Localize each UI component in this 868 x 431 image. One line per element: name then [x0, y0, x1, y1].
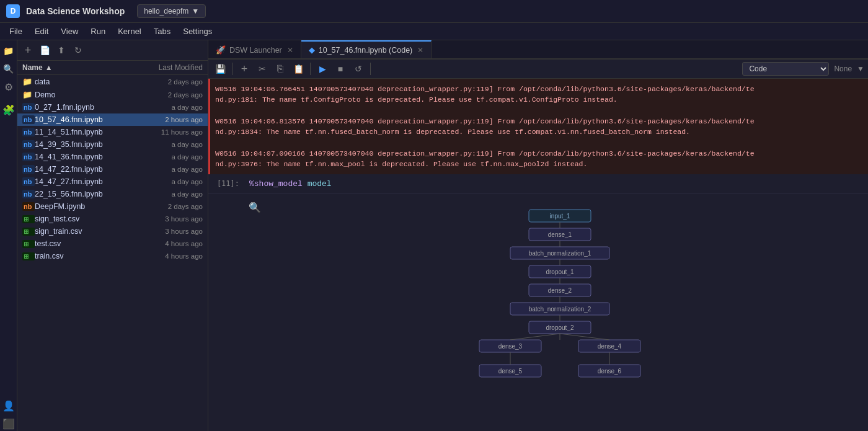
cell-content[interactable]: %show_model model — [246, 177, 868, 191]
sidebar-search-icon[interactable]: 🔍 — [1, 61, 16, 76]
magic-keyword: %show_model — [249, 179, 303, 189]
svg-text:dense_3: dense_3 — [498, 343, 523, 350]
warning-line: nd.py:3976: The name tf.nn.max_pool is d… — [215, 159, 861, 169]
new-file-button[interactable]: 📄 — [37, 43, 52, 58]
list-item[interactable]: ⊞ test.csv 4 hours ago — [17, 238, 208, 250]
none-dropdown-icon: ▼ — [857, 64, 864, 73]
menu-settings[interactable]: Settings — [177, 25, 218, 38]
menu-run[interactable]: Run — [84, 25, 112, 38]
sidebar-running-icon[interactable]: ⚙ — [1, 79, 16, 94]
code-argument: model — [308, 179, 332, 189]
sidebar-extension-icon[interactable]: 🧩 — [1, 102, 16, 117]
zoom-icon[interactable]: 🔍 — [249, 202, 261, 213]
main-layout: 📁 🔍 ⚙ 🧩 👤 ⬛ + 📄 ⬆ ↻ Name ▲ Last Modified… — [0, 40, 868, 431]
svg-text:dense_4: dense_4 — [598, 343, 622, 350]
run-button[interactable]: ▶ — [314, 61, 330, 76]
list-item[interactable]: nb 14_39_35.fnn.ipynb a day ago — [17, 138, 208, 151]
warning-line: W0516 19:04:07.090166 140700573407040 de… — [215, 148, 861, 159]
code-cell-11: [11]: %show_model model — [208, 174, 868, 194]
new-folder-button[interactable]: + — [20, 43, 35, 58]
list-item[interactable]: nb 14_47_22.fnn.ipynb a day ago — [17, 163, 208, 176]
menu-edit[interactable]: Edit — [29, 25, 55, 38]
filebrowser-list: 📁 data 2 days ago 📁 Demo 2 days ago nb 0… — [17, 75, 208, 431]
tab-launcher-label: DSW Launcher — [229, 46, 282, 55]
notebook-icon: nb — [22, 140, 35, 149]
tab-bar: 🚀 DSW Launcher ✕ ◆ 10_57_46.fnn.ipynb (C… — [208, 40, 868, 60]
tab-notebook[interactable]: ◆ 10_57_46.fnn.ipynb (Code) ✕ — [301, 40, 432, 58]
notebook-orange-icon: nb — [22, 202, 35, 211]
notebook-icon: nb — [22, 103, 35, 112]
menu-kernel[interactable]: Kernel — [112, 25, 148, 38]
restart-button[interactable]: ↺ — [350, 61, 366, 76]
cell-type-select[interactable]: Code Markdown Raw — [742, 62, 829, 76]
svg-text:dropout_1: dropout_1 — [546, 269, 574, 275]
list-item[interactable]: ⊞ sign_test.csv 3 hours ago — [17, 213, 208, 225]
warning-spacer — [215, 105, 861, 116]
refresh-button[interactable]: ↻ — [71, 43, 86, 58]
list-item[interactable]: 📁 data 2 days ago — [17, 75, 208, 88]
sidebar-person-icon[interactable]: 👤 — [1, 398, 16, 413]
folder-icon: 📁 — [22, 77, 35, 86]
list-item[interactable]: nb 22_15_56.fnn.ipynb a day ago — [17, 188, 208, 200]
add-cell-button[interactable]: + — [236, 61, 252, 76]
filebrowser: + 📄 ⬆ ↻ Name ▲ Last Modified 📁 data 2 da… — [17, 40, 208, 431]
tab-dsw-launcher[interactable]: 🚀 DSW Launcher ✕ — [208, 42, 301, 58]
kernel-selector[interactable]: hello_deepfm ▼ — [137, 4, 206, 18]
toolbar-separator — [232, 63, 232, 75]
svg-text:batch_normalization_2: batch_normalization_2 — [529, 306, 591, 313]
sidebar-icons: 📁 🔍 ⚙ 🧩 👤 ⬛ — [0, 40, 17, 431]
tab-notebook-label: 10_57_46.fnn.ipynb (Code) — [319, 46, 413, 55]
titlebar: D Data Science Workshop hello_deepfm ▼ — [0, 0, 868, 23]
app-title: Data Science Workshop — [26, 6, 125, 16]
notebook-icon: nb — [22, 190, 35, 198]
output-warning-cell: W0516 19:04:06.766451 140700573407040 de… — [208, 79, 868, 174]
menu-file[interactable]: File — [3, 25, 29, 38]
save-button[interactable]: 💾 — [212, 61, 228, 76]
svg-line-26 — [560, 334, 609, 340]
warning-line: W0516 19:04:06.766451 140700573407040 de… — [215, 84, 861, 94]
sidebar-folder-icon[interactable]: 📁 — [1, 43, 16, 58]
filebrowser-header: Name ▲ Last Modified — [17, 61, 208, 75]
menubar: File Edit View Run Kernel Tabs Settings — [0, 23, 868, 40]
toolbar-separator-2 — [310, 63, 311, 75]
svg-text:dense_2: dense_2 — [548, 287, 572, 294]
sidebar-bottom-icon[interactable]: ⬛ — [1, 416, 16, 431]
notebook-icon: nb — [22, 177, 35, 186]
list-item[interactable]: nb 11_14_51.fnn.ipynb 11 hours ago — [17, 126, 208, 138]
tab-notebook-close[interactable]: ✕ — [417, 46, 423, 55]
stop-button[interactable]: ■ — [332, 61, 348, 76]
paste-button[interactable]: 📋 — [290, 61, 306, 76]
model-canvas: input_1 dense_1 batch_normalization_1 — [258, 200, 862, 393]
copy-button[interactable]: ⎘ — [272, 61, 288, 76]
svg-text:batch_normalization_1: batch_normalization_1 — [529, 250, 591, 257]
folder-icon: 📁 — [22, 90, 35, 99]
name-column-header[interactable]: Name ▲ — [22, 63, 135, 72]
menu-tabs[interactable]: Tabs — [148, 25, 177, 38]
list-item[interactable]: nb 14_41_36.fnn.ipynb a day ago — [17, 151, 208, 163]
list-item[interactable]: ⊞ train.csv 4 hours ago — [17, 250, 208, 262]
notebook-toolbar: 💾 + ✂ ⎘ 📋 ▶ ■ ↺ Code Markdown Raw None ▼ — [208, 60, 868, 79]
cell-code[interactable]: %show_model model — [246, 177, 868, 191]
list-item[interactable]: nb DeepFM.ipynb 2 days ago — [17, 200, 208, 213]
list-item[interactable]: nb 10_57_46.fnn.ipynb 2 hours ago — [17, 113, 208, 126]
svg-text:dense_1: dense_1 — [548, 231, 572, 238]
cut-button[interactable]: ✂ — [254, 61, 270, 76]
list-item[interactable]: 📁 Demo 2 days ago — [17, 88, 208, 101]
upload-button[interactable]: ⬆ — [54, 43, 69, 58]
kernel-dropdown-icon: ▼ — [192, 7, 199, 16]
model-visualization: 🔍 input_1 dense_1 — [208, 194, 868, 399]
none-label: None — [834, 64, 852, 73]
list-item[interactable]: nb 14_47_27.fnn.ipynb a day ago — [17, 176, 208, 188]
list-item[interactable]: ⊞ sign_train.csv 3 hours ago — [17, 225, 208, 238]
csv-icon: ⊞ — [22, 215, 35, 223]
svg-text:dense_5: dense_5 — [498, 368, 523, 375]
warning-line: nd.py:181: The name tf.ConfigProto is de… — [215, 94, 861, 105]
svg-text:input_1: input_1 — [550, 213, 570, 220]
csv-icon: ⊞ — [22, 228, 35, 236]
kernel-name: hello_deepfm — [144, 7, 188, 16]
tab-launcher-close[interactable]: ✕ — [287, 46, 293, 55]
notebook-area: 🚀 DSW Launcher ✕ ◆ 10_57_46.fnn.ipynb (C… — [208, 40, 868, 431]
list-item[interactable]: nb 0_27_1.fnn.ipynb a day ago — [17, 101, 208, 113]
filebrowser-toolbar: + 📄 ⬆ ↻ — [17, 40, 208, 61]
menu-view[interactable]: View — [55, 25, 84, 38]
